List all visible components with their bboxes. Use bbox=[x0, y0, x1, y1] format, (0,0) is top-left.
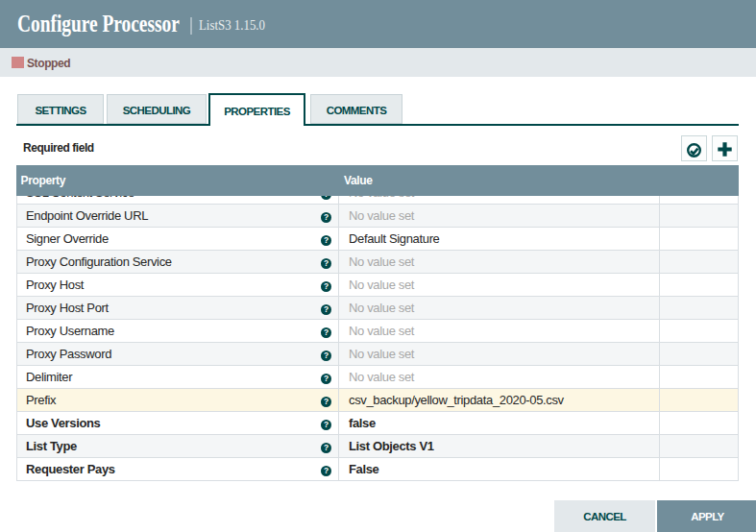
svg-text:?: ? bbox=[324, 196, 329, 200]
svg-text:?: ? bbox=[324, 467, 329, 476]
svg-text:?: ? bbox=[324, 213, 329, 223]
svg-text:?: ? bbox=[324, 351, 329, 361]
svg-text:?: ? bbox=[324, 375, 329, 384]
svg-text:?: ? bbox=[324, 305, 329, 315]
svg-text:?: ? bbox=[324, 444, 329, 453]
svg-text:?: ? bbox=[324, 421, 329, 430]
svg-text:?: ? bbox=[324, 398, 329, 407]
svg-text:?: ? bbox=[324, 282, 329, 292]
svg-text:?: ? bbox=[324, 328, 329, 338]
svg-text:?: ? bbox=[324, 236, 329, 246]
svg-text:?: ? bbox=[324, 259, 329, 269]
